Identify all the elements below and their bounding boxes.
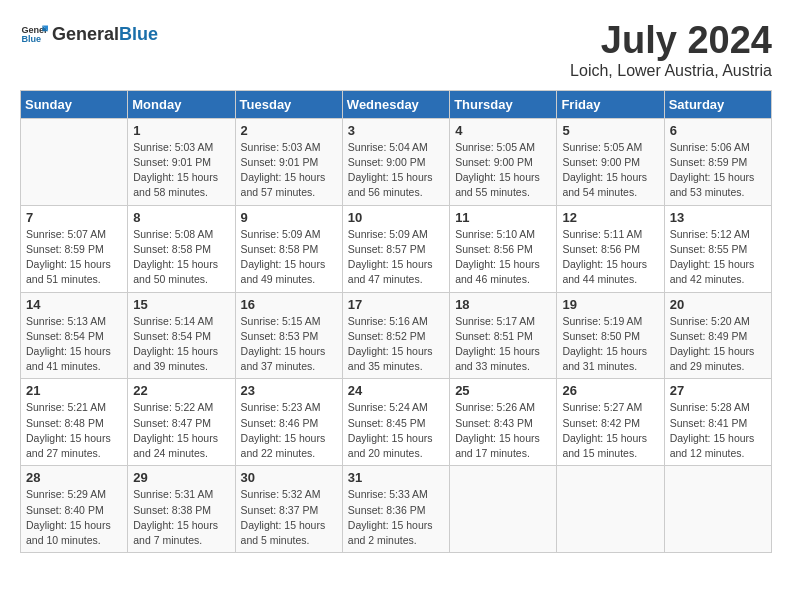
day-number: 16 [241, 297, 337, 312]
day-info: Sunrise: 5:12 AM Sunset: 8:55 PM Dayligh… [670, 227, 766, 288]
day-number: 30 [241, 470, 337, 485]
month-year-title: July 2024 [570, 20, 772, 62]
column-header-wednesday: Wednesday [342, 90, 449, 118]
calendar-cell: 9Sunrise: 5:09 AM Sunset: 8:58 PM Daylig… [235, 205, 342, 292]
day-number: 23 [241, 383, 337, 398]
calendar-cell [557, 466, 664, 553]
day-number: 5 [562, 123, 658, 138]
calendar-cell: 4Sunrise: 5:05 AM Sunset: 9:00 PM Daylig… [450, 118, 557, 205]
day-info: Sunrise: 5:11 AM Sunset: 8:56 PM Dayligh… [562, 227, 658, 288]
calendar-cell: 28Sunrise: 5:29 AM Sunset: 8:40 PM Dayli… [21, 466, 128, 553]
day-info: Sunrise: 5:21 AM Sunset: 8:48 PM Dayligh… [26, 400, 122, 461]
calendar-cell: 1Sunrise: 5:03 AM Sunset: 9:01 PM Daylig… [128, 118, 235, 205]
header: General Blue GeneralBlue July 2024 Loich… [20, 20, 772, 80]
column-headers: SundayMondayTuesdayWednesdayThursdayFrid… [21, 90, 772, 118]
day-info: Sunrise: 5:03 AM Sunset: 9:01 PM Dayligh… [133, 140, 229, 201]
calendar-cell: 20Sunrise: 5:20 AM Sunset: 8:49 PM Dayli… [664, 292, 771, 379]
day-number: 22 [133, 383, 229, 398]
calendar-cell: 22Sunrise: 5:22 AM Sunset: 8:47 PM Dayli… [128, 379, 235, 466]
day-info: Sunrise: 5:08 AM Sunset: 8:58 PM Dayligh… [133, 227, 229, 288]
calendar-cell: 6Sunrise: 5:06 AM Sunset: 8:59 PM Daylig… [664, 118, 771, 205]
day-info: Sunrise: 5:04 AM Sunset: 9:00 PM Dayligh… [348, 140, 444, 201]
week-row-3: 14Sunrise: 5:13 AM Sunset: 8:54 PM Dayli… [21, 292, 772, 379]
calendar-cell: 19Sunrise: 5:19 AM Sunset: 8:50 PM Dayli… [557, 292, 664, 379]
calendar-cell: 15Sunrise: 5:14 AM Sunset: 8:54 PM Dayli… [128, 292, 235, 379]
day-number: 4 [455, 123, 551, 138]
day-info: Sunrise: 5:16 AM Sunset: 8:52 PM Dayligh… [348, 314, 444, 375]
calendar-cell: 14Sunrise: 5:13 AM Sunset: 8:54 PM Dayli… [21, 292, 128, 379]
day-number: 6 [670, 123, 766, 138]
day-number: 13 [670, 210, 766, 225]
calendar-cell: 29Sunrise: 5:31 AM Sunset: 8:38 PM Dayli… [128, 466, 235, 553]
day-number: 18 [455, 297, 551, 312]
column-header-tuesday: Tuesday [235, 90, 342, 118]
calendar-cell: 13Sunrise: 5:12 AM Sunset: 8:55 PM Dayli… [664, 205, 771, 292]
calendar-cell: 16Sunrise: 5:15 AM Sunset: 8:53 PM Dayli… [235, 292, 342, 379]
calendar-cell: 30Sunrise: 5:32 AM Sunset: 8:37 PM Dayli… [235, 466, 342, 553]
day-number: 24 [348, 383, 444, 398]
day-info: Sunrise: 5:33 AM Sunset: 8:36 PM Dayligh… [348, 487, 444, 548]
calendar-cell: 31Sunrise: 5:33 AM Sunset: 8:36 PM Dayli… [342, 466, 449, 553]
day-number: 21 [26, 383, 122, 398]
day-info: Sunrise: 5:28 AM Sunset: 8:41 PM Dayligh… [670, 400, 766, 461]
day-info: Sunrise: 5:07 AM Sunset: 8:59 PM Dayligh… [26, 227, 122, 288]
week-row-4: 21Sunrise: 5:21 AM Sunset: 8:48 PM Dayli… [21, 379, 772, 466]
calendar-cell: 12Sunrise: 5:11 AM Sunset: 8:56 PM Dayli… [557, 205, 664, 292]
day-number: 12 [562, 210, 658, 225]
day-number: 19 [562, 297, 658, 312]
day-info: Sunrise: 5:29 AM Sunset: 8:40 PM Dayligh… [26, 487, 122, 548]
day-info: Sunrise: 5:20 AM Sunset: 8:49 PM Dayligh… [670, 314, 766, 375]
day-info: Sunrise: 5:13 AM Sunset: 8:54 PM Dayligh… [26, 314, 122, 375]
day-number: 11 [455, 210, 551, 225]
day-info: Sunrise: 5:23 AM Sunset: 8:46 PM Dayligh… [241, 400, 337, 461]
svg-text:Blue: Blue [21, 34, 41, 44]
calendar-cell: 17Sunrise: 5:16 AM Sunset: 8:52 PM Dayli… [342, 292, 449, 379]
calendar-cell: 3Sunrise: 5:04 AM Sunset: 9:00 PM Daylig… [342, 118, 449, 205]
logo-blue-text: Blue [119, 24, 158, 45]
day-info: Sunrise: 5:24 AM Sunset: 8:45 PM Dayligh… [348, 400, 444, 461]
calendar-cell: 11Sunrise: 5:10 AM Sunset: 8:56 PM Dayli… [450, 205, 557, 292]
day-number: 17 [348, 297, 444, 312]
day-number: 25 [455, 383, 551, 398]
day-info: Sunrise: 5:10 AM Sunset: 8:56 PM Dayligh… [455, 227, 551, 288]
logo-icon: General Blue [20, 20, 48, 48]
day-info: Sunrise: 5:09 AM Sunset: 8:57 PM Dayligh… [348, 227, 444, 288]
day-info: Sunrise: 5:15 AM Sunset: 8:53 PM Dayligh… [241, 314, 337, 375]
day-number: 2 [241, 123, 337, 138]
column-header-monday: Monday [128, 90, 235, 118]
day-number: 27 [670, 383, 766, 398]
day-number: 1 [133, 123, 229, 138]
calendar-cell: 27Sunrise: 5:28 AM Sunset: 8:41 PM Dayli… [664, 379, 771, 466]
day-number: 15 [133, 297, 229, 312]
title-area: July 2024 Loich, Lower Austria, Austria [570, 20, 772, 80]
day-info: Sunrise: 5:19 AM Sunset: 8:50 PM Dayligh… [562, 314, 658, 375]
calendar-cell: 24Sunrise: 5:24 AM Sunset: 8:45 PM Dayli… [342, 379, 449, 466]
week-row-2: 7Sunrise: 5:07 AM Sunset: 8:59 PM Daylig… [21, 205, 772, 292]
calendar-cell: 5Sunrise: 5:05 AM Sunset: 9:00 PM Daylig… [557, 118, 664, 205]
day-info: Sunrise: 5:17 AM Sunset: 8:51 PM Dayligh… [455, 314, 551, 375]
day-number: 28 [26, 470, 122, 485]
day-number: 26 [562, 383, 658, 398]
location-subtitle: Loich, Lower Austria, Austria [570, 62, 772, 80]
day-number: 8 [133, 210, 229, 225]
calendar-cell [21, 118, 128, 205]
calendar-cell [450, 466, 557, 553]
day-info: Sunrise: 5:09 AM Sunset: 8:58 PM Dayligh… [241, 227, 337, 288]
day-info: Sunrise: 5:32 AM Sunset: 8:37 PM Dayligh… [241, 487, 337, 548]
day-info: Sunrise: 5:05 AM Sunset: 9:00 PM Dayligh… [562, 140, 658, 201]
calendar-cell [664, 466, 771, 553]
day-info: Sunrise: 5:14 AM Sunset: 8:54 PM Dayligh… [133, 314, 229, 375]
day-info: Sunrise: 5:22 AM Sunset: 8:47 PM Dayligh… [133, 400, 229, 461]
logo-general-text: General [52, 24, 119, 45]
day-info: Sunrise: 5:03 AM Sunset: 9:01 PM Dayligh… [241, 140, 337, 201]
calendar-cell: 26Sunrise: 5:27 AM Sunset: 8:42 PM Dayli… [557, 379, 664, 466]
calendar-table: SundayMondayTuesdayWednesdayThursdayFrid… [20, 90, 772, 553]
day-number: 31 [348, 470, 444, 485]
day-info: Sunrise: 5:26 AM Sunset: 8:43 PM Dayligh… [455, 400, 551, 461]
calendar-cell: 25Sunrise: 5:26 AM Sunset: 8:43 PM Dayli… [450, 379, 557, 466]
day-number: 3 [348, 123, 444, 138]
day-info: Sunrise: 5:06 AM Sunset: 8:59 PM Dayligh… [670, 140, 766, 201]
calendar-cell: 2Sunrise: 5:03 AM Sunset: 9:01 PM Daylig… [235, 118, 342, 205]
day-number: 29 [133, 470, 229, 485]
day-info: Sunrise: 5:05 AM Sunset: 9:00 PM Dayligh… [455, 140, 551, 201]
